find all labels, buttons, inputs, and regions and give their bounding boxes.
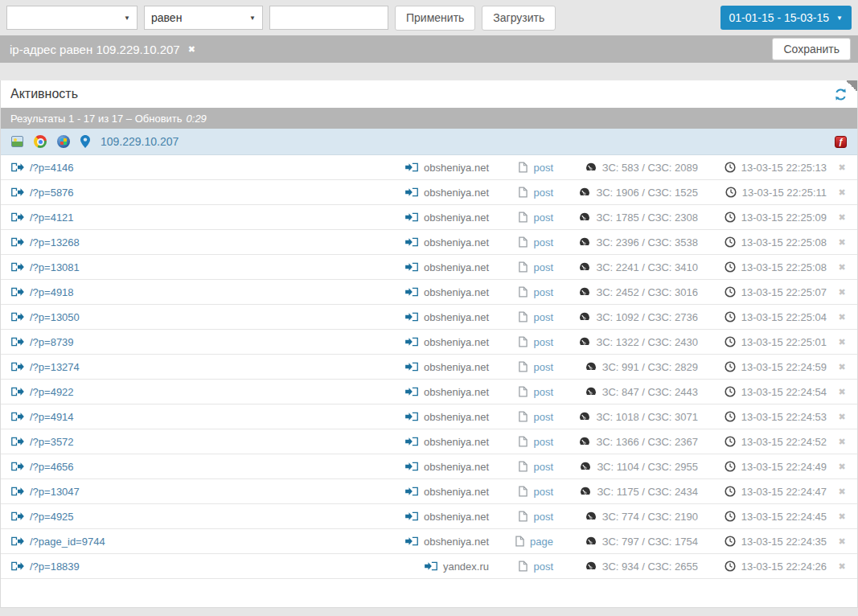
page-type-link[interactable]: post (533, 411, 553, 423)
page-link[interactable]: /?p=4922 (30, 386, 74, 398)
timestamp-value: 13-03-15 22:24:53 (741, 411, 827, 423)
filter-value-input[interactable] (269, 6, 388, 30)
page-link[interactable]: /?p=4914 (30, 411, 74, 423)
page-type-link[interactable]: page (530, 536, 553, 548)
activity-panel: Активность Результаты 1 - 17 из 17 – Обн… (0, 80, 858, 608)
timestamp-cell: 13-03-15 22:25:07 (698, 286, 827, 298)
load-stats-value: ЗС: 583 / СЗС: 2089 (602, 162, 698, 174)
close-icon[interactable]: ✖ (838, 462, 845, 472)
load-stats-value: ЗС: 934 / СЗС: 2655 (602, 561, 698, 573)
close-icon[interactable]: ✖ (838, 412, 845, 422)
page-link[interactable]: /?p=4918 (30, 286, 74, 298)
page-link[interactable]: /?p=13268 (30, 236, 80, 248)
page-type-link[interactable]: post (533, 386, 553, 398)
page-type-link[interactable]: post (533, 311, 553, 323)
page-cell: /?p=4146 (1, 162, 346, 174)
close-icon[interactable]: ✖ (838, 511, 845, 522)
page-type-link[interactable]: post (533, 236, 553, 248)
panel-header: Активность (1, 80, 857, 108)
page-link[interactable]: /?p=18839 (30, 561, 80, 573)
page-type-link[interactable]: post (533, 162, 553, 174)
page-type-link[interactable]: post (533, 511, 553, 523)
close-icon[interactable]: ✖ (838, 287, 845, 298)
load-button[interactable]: Загрузить (482, 6, 556, 31)
close-icon[interactable]: ✖ (838, 337, 845, 347)
referrer-cell: obsheniya.net (346, 511, 489, 523)
save-button[interactable]: Сохранить (772, 38, 851, 60)
load-stats-cell: ЗС: 2241 / СЗС: 3410 (553, 261, 698, 273)
page-link[interactable]: /?p=4146 (30, 162, 74, 174)
tachometer-icon (579, 337, 590, 347)
page-type-link[interactable]: post (533, 187, 553, 199)
page-type-link[interactable]: post (533, 561, 553, 573)
page-type-link[interactable]: post (533, 486, 553, 498)
page-type-link[interactable]: post (533, 286, 553, 298)
field-select[interactable]: ▼ (6, 6, 138, 30)
page-type-link[interactable]: post (533, 211, 553, 224)
referrer-cell: obsheniya.net (346, 162, 489, 174)
page-type-link[interactable]: post (533, 436, 553, 448)
page-link[interactable]: /?p=3572 (30, 436, 74, 448)
timestamp-value: 13-03-15 22:25:09 (741, 211, 827, 224)
page-link[interactable]: /?p=4656 (30, 461, 74, 473)
page-link[interactable]: /?p=8739 (30, 336, 74, 348)
page-type-link[interactable]: post (533, 361, 553, 373)
page-type-link[interactable]: post (533, 336, 553, 348)
referrer-cell: obsheniya.net (346, 461, 489, 473)
page-type-cell: post (489, 336, 553, 348)
remove-filter-icon[interactable]: ✖ (188, 44, 195, 55)
page-type-link[interactable]: post (533, 461, 553, 473)
page-link[interactable]: /?p=5876 (30, 187, 74, 199)
tachometer-icon (585, 162, 597, 172)
page-link[interactable]: /?p=13274 (30, 361, 80, 373)
referrer-domain: obsheniya.net (424, 486, 489, 498)
date-range-button[interactable]: 01-01-15 - 15-03-15 ▼ (720, 6, 852, 30)
clock-icon (725, 361, 736, 372)
page-type-link[interactable]: post (533, 261, 553, 273)
visitor-ip-link[interactable]: 109.229.10.207 (101, 135, 179, 148)
page-cell: /?p=18839 (1, 561, 346, 573)
close-icon[interactable]: ✖ (838, 187, 845, 198)
chevron-down-icon: ▼ (124, 14, 130, 22)
close-icon[interactable]: ✖ (838, 312, 845, 322)
apply-button[interactable]: Применить (395, 6, 475, 31)
page-cell: /?p=13047 (1, 486, 346, 498)
page-link[interactable]: /?page_id=9744 (30, 536, 105, 548)
close-icon[interactable]: ✖ (838, 561, 845, 572)
page-cell: /?p=4925 (1, 511, 346, 523)
page-link[interactable]: /?p=4925 (30, 511, 74, 523)
tachometer-icon (579, 437, 590, 446)
page-link[interactable]: /?p=13047 (30, 486, 80, 498)
close-icon[interactable]: ✖ (838, 237, 845, 248)
page-link[interactable]: /?p=13081 (30, 261, 80, 273)
referrer-domain: obsheniya.net (424, 461, 489, 473)
page-link[interactable]: /?p=4121 (30, 211, 74, 224)
close-icon[interactable]: ✖ (838, 536, 845, 547)
load-stats-value: ЗС: 1092 / СЗС: 2736 (596, 311, 698, 323)
close-icon[interactable]: ✖ (838, 212, 845, 223)
timestamp-cell: 13-03-15 22:24:59 (698, 361, 827, 373)
close-icon[interactable]: ✖ (838, 162, 845, 173)
close-icon[interactable]: ✖ (838, 487, 845, 497)
refresh-countdown: 0:29 (187, 113, 207, 125)
close-icon[interactable]: ✖ (838, 262, 845, 273)
activity-row: /?p=4914 obsheniya.net post ЗС: 1018 / С… (1, 405, 857, 429)
clock-icon (725, 461, 736, 472)
timestamp-value: 13-03-15 22:25:08 (741, 236, 827, 248)
close-icon[interactable]: ✖ (838, 437, 845, 447)
row-close-cell: ✖ (827, 536, 857, 547)
sign-in-icon (405, 511, 418, 522)
timestamp-value: 13-03-15 22:25:07 (741, 286, 827, 298)
close-icon[interactable]: ✖ (838, 362, 845, 372)
operator-select[interactable]: равен ▼ (144, 6, 263, 30)
activity-row: /?p=13081 obsheniya.net post ЗС: 2241 / … (1, 255, 857, 280)
location-pin-icon (80, 135, 90, 148)
referrer-domain: obsheniya.net (424, 536, 489, 548)
close-icon[interactable]: ✖ (838, 387, 845, 397)
page-title: Активность (10, 87, 78, 101)
file-icon (519, 436, 528, 447)
sign-in-icon (405, 436, 418, 447)
file-icon (515, 536, 524, 547)
load-stats-value: ЗС: 1906 / СЗС: 1525 (596, 187, 698, 199)
page-link[interactable]: /?p=13050 (30, 311, 80, 323)
